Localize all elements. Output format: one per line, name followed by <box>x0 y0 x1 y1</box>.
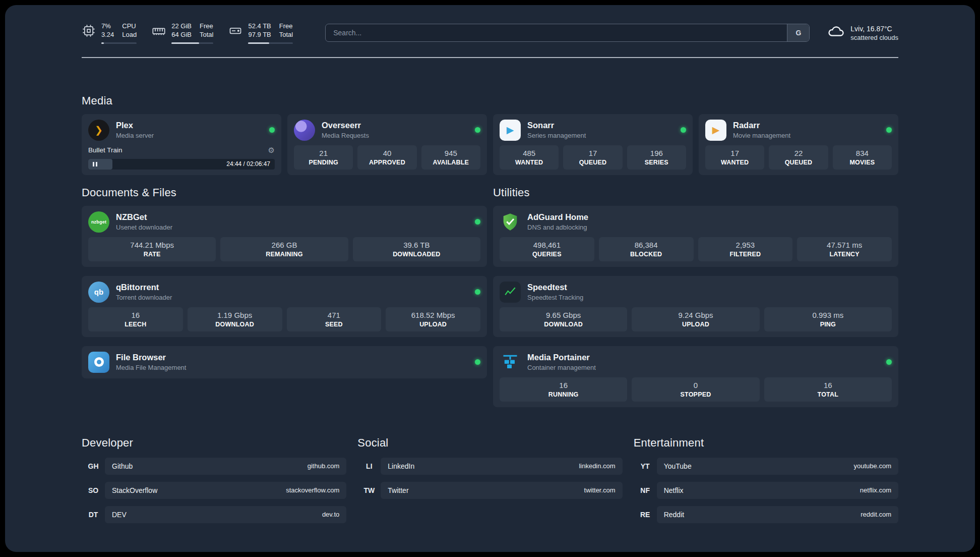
section-entertainment: Entertainment YT YouTube youtube.com NF … <box>634 436 898 530</box>
app-card-filebrowser[interactable]: File Browser Media File Management <box>82 346 487 378</box>
bookmark-abbr: LI <box>357 462 381 470</box>
disk-total-value: 97.9 TB <box>248 31 271 39</box>
stat-remaining: 266 GB REMAINING <box>220 237 348 261</box>
app-card-sonarr[interactable]: ▶ Sonarr Series management 485 WANTED <box>493 114 693 175</box>
bookmark-url: reddit.com <box>861 511 891 518</box>
app-card-qbittorrent[interactable]: qb qBittorrent Torrent downloader 16 LEE… <box>82 276 487 337</box>
dashboard-panel: 7% 3.24 CPU Load <box>5 5 975 552</box>
ram-progress-bar <box>171 42 213 44</box>
bookmark-url: linkedin.com <box>579 462 615 470</box>
cpu-icon <box>82 24 96 40</box>
status-dot <box>475 127 480 133</box>
status-dot <box>269 127 275 133</box>
stat-total: 16 TOTAL <box>764 377 892 402</box>
app-desc: Media Requests <box>322 132 369 139</box>
status-dot <box>475 289 480 295</box>
bookmark-name: Twitter <box>388 486 408 494</box>
stat-downloaded: 39.6 TB DOWNLOADED <box>353 237 480 261</box>
bookmark-github[interactable]: GH Github github.com <box>82 458 346 475</box>
bookmark-name: DEV <box>112 511 127 519</box>
plex-progress-bar[interactable]: 24:44 / 02:06:47 <box>88 159 275 170</box>
bookmark-url: dev.to <box>322 511 339 518</box>
app-desc: Usenet downloader <box>116 224 172 231</box>
search-engine-button[interactable]: G <box>787 24 809 41</box>
pause-icon[interactable] <box>93 159 97 170</box>
radarr-icon: ▶ <box>705 120 726 141</box>
search-input[interactable] <box>326 24 787 41</box>
speedtest-graph-icon <box>500 282 521 303</box>
gear-icon[interactable]: ⚙ <box>268 146 275 155</box>
cpu-metric: 7% 3.24 CPU Load <box>82 22 137 44</box>
bookmark-abbr: RE <box>634 511 657 519</box>
weather-condition: scattered clouds <box>850 34 898 41</box>
app-desc: Speedtest Tracking <box>527 294 583 301</box>
plex-icon: ❯ <box>88 120 109 141</box>
bookmark-name: Reddit <box>664 511 684 519</box>
bookmark-linkedin[interactable]: LI LinkedIn linkedin.com <box>357 458 622 475</box>
app-desc: Media File Management <box>116 364 186 371</box>
cpu-label: CPU <box>122 22 137 31</box>
bookmark-twitter[interactable]: TW Twitter twitter.com <box>357 482 622 499</box>
stat-queued: 22 QUEUED <box>769 145 828 170</box>
bookmark-dev[interactable]: DT DEV dev.to <box>82 506 346 523</box>
bookmark-abbr: YT <box>634 462 657 470</box>
stat-movies: 834 MOVIES <box>833 145 892 170</box>
now-playing-title: Bullet Train <box>88 146 122 154</box>
bookmark-reddit[interactable]: RE Reddit reddit.com <box>634 506 898 523</box>
app-name: File Browser <box>116 353 186 362</box>
bookmark-netflix[interactable]: NF Netflix netflix.com <box>634 482 898 499</box>
app-card-portainer[interactable]: Media Portainer Container management 16 … <box>493 346 898 407</box>
bookmark-youtube[interactable]: YT YouTube youtube.com <box>634 458 898 475</box>
section-title-documents: Documents & Files <box>82 186 487 199</box>
status-dot <box>681 127 686 133</box>
stat-running: 16 RUNNING <box>500 377 627 402</box>
ram-metric: 22 GiB 64 GiB Free Total <box>152 22 213 44</box>
stat-rate: 744.21 Mbps RATE <box>88 237 216 261</box>
bookmark-stackoverflow[interactable]: SO StackOverflow stackoverflow.com <box>82 482 346 499</box>
disk-icon <box>228 24 242 40</box>
app-card-overseerr[interactable]: Overseerr Media Requests 21 PENDING 40 A… <box>287 114 487 175</box>
cpu-load-label: Load <box>122 31 137 39</box>
playback-time: 24:44 / 02:06:47 <box>226 159 270 170</box>
app-desc: DNS and adblocking <box>527 224 588 231</box>
weather-widget: Lviv, 16.87°C scattered clouds <box>827 23 898 43</box>
app-card-plex[interactable]: ❯ Plex Media server Bullet Train ⚙ <box>82 114 281 175</box>
sonarr-icon: ▶ <box>500 120 521 141</box>
status-dot <box>475 219 480 225</box>
app-card-nzbget[interactable]: nzbget NZBGet Usenet downloader 744.21 M… <box>82 206 487 267</box>
stat-ping: 0.993 ms PING <box>764 307 892 331</box>
weather-location: Lviv, 16.87°C <box>850 25 898 33</box>
app-name: Plex <box>116 121 154 130</box>
disk-total-label: Total <box>279 31 293 39</box>
app-desc: Movie management <box>733 132 790 139</box>
app-card-radarr[interactable]: ▶ Radarr Movie management 17 WANTED <box>699 114 898 175</box>
section-title-utilities: Utilities <box>493 186 898 199</box>
topbar-divider <box>82 57 898 58</box>
status-dot <box>886 127 892 133</box>
filebrowser-icon <box>88 352 109 373</box>
stat-upload: 618.52 Mbps UPLOAD <box>386 307 480 331</box>
portainer-icon <box>500 352 521 373</box>
section-social: Social LI LinkedIn linkedin.com TW Twitt… <box>357 436 622 530</box>
bookmark-name: Github <box>112 462 133 470</box>
ram-icon <box>152 24 166 40</box>
app-name: NZBGet <box>116 212 172 222</box>
search-bar: G <box>325 24 810 42</box>
bookmark-abbr: NF <box>634 486 657 494</box>
cpu-progress-bar <box>101 42 137 44</box>
bookmark-name: YouTube <box>664 462 692 470</box>
bookmark-abbr: DT <box>82 511 105 519</box>
bookmark-abbr: TW <box>357 486 381 494</box>
status-dot <box>886 359 892 365</box>
stat-leech: 16 LEECH <box>88 307 183 331</box>
stat-queries: 498,461 QUERIES <box>500 237 594 261</box>
app-name: qBittorrent <box>116 283 172 292</box>
app-name: AdGuard Home <box>527 212 588 222</box>
stat-available: 945 AVAILABLE <box>421 145 480 170</box>
app-card-adguard[interactable]: AdGuard Home DNS and adblocking 498,461 … <box>493 206 898 267</box>
stat-filtered: 2,953 FILTERED <box>698 237 793 261</box>
app-card-speedtest[interactable]: Speedtest Speedtest Tracking 9.65 Gbps D… <box>493 276 898 337</box>
app-name: Speedtest <box>527 283 583 292</box>
bookmark-name: StackOverflow <box>112 486 157 494</box>
stat-seed: 471 SEED <box>287 307 382 331</box>
